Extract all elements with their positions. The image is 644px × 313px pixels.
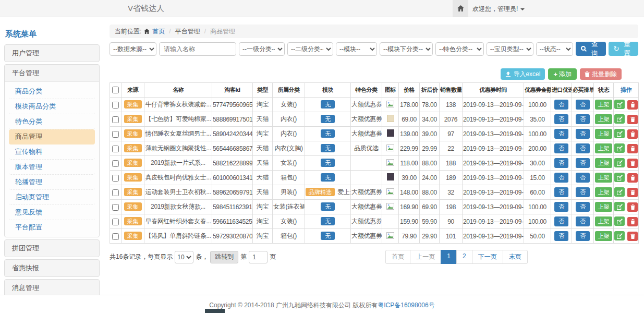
pager-prev[interactable]: 上一页	[410, 250, 441, 264]
page-number-input[interactable]	[249, 251, 268, 263]
sidebar-item-feedback[interactable]: 意见反馈	[9, 205, 95, 220]
filter-select-item-type[interactable]: --宝贝类型--	[487, 42, 533, 56]
must-buy-toggle[interactable]: 否	[576, 231, 590, 241]
select-all-checkbox[interactable]	[112, 87, 119, 93]
import-select-toggle[interactable]: 否	[554, 187, 568, 197]
name-search-input[interactable]	[159, 42, 236, 56]
breadcrumb-home-link[interactable]: 首页	[152, 27, 165, 36]
sidebar-item-carousel-management[interactable]: 轮播管理	[9, 175, 95, 190]
status-button[interactable]: 上架	[595, 129, 612, 139]
batch-delete-button[interactable]: 批量删除	[580, 68, 622, 80]
import-select-toggle[interactable]: 否	[554, 173, 568, 183]
row-checkbox[interactable]	[112, 175, 119, 182]
edit-button[interactable]	[614, 143, 625, 153]
status-button[interactable]: 上架	[595, 187, 612, 197]
edit-button[interactable]	[614, 216, 625, 226]
delete-button[interactable]	[627, 232, 638, 241]
must-buy-toggle[interactable]: 否	[576, 202, 590, 212]
must-buy-toggle[interactable]: 否	[576, 173, 590, 183]
edit-button[interactable]	[614, 187, 625, 197]
delete-button[interactable]	[627, 129, 638, 139]
import-select-toggle[interactable]: 否	[554, 202, 568, 212]
filter-select-feature-category[interactable]: --特色分类--	[435, 42, 484, 56]
must-buy-toggle[interactable]: 否	[576, 100, 590, 110]
edit-button[interactable]	[614, 202, 625, 211]
jump-button[interactable]: 跳转到	[210, 251, 238, 263]
icp-link[interactable]: 粤ICP备16098006号	[378, 302, 434, 309]
sidebar-item-group-buy[interactable]: 拼团管理	[4, 239, 100, 257]
row-checkbox[interactable]	[112, 160, 119, 167]
search-button[interactable]: 查询	[576, 42, 606, 56]
import-select-toggle[interactable]: 否	[554, 129, 568, 139]
user-menu[interactable]: 欢迎您，管理员!	[472, 5, 525, 14]
status-button[interactable]: 上架	[595, 231, 612, 241]
row-checkbox[interactable]	[112, 204, 119, 211]
import-select-toggle[interactable]: 否	[554, 231, 568, 241]
status-button[interactable]: 上架	[595, 114, 612, 124]
sidebar-item-product-category[interactable]: 商品分类	[9, 84, 95, 99]
sidebar-item-feature-category[interactable]: 特色分类	[9, 114, 95, 129]
edit-button[interactable]	[614, 173, 625, 182]
status-button[interactable]: 上架	[595, 216, 612, 226]
home-button[interactable]	[453, 0, 468, 17]
sidebar-item-splash-management[interactable]: 启动页管理	[9, 190, 95, 205]
reset-button[interactable]: ↻ 重置	[609, 42, 638, 56]
filter-select-module-subcategory[interactable]: --模块下分类--	[380, 42, 433, 56]
import-select-toggle[interactable]: 否	[554, 158, 568, 168]
sidebar-item-platform-config[interactable]: 平台配置	[9, 220, 95, 235]
edit-button[interactable]	[614, 100, 625, 109]
must-buy-toggle[interactable]: 否	[576, 187, 590, 197]
delete-button[interactable]	[627, 202, 638, 212]
sidebar-item-module-product-category[interactable]: 模块商品分类	[9, 99, 95, 114]
sidebar-item-user-management[interactable]: 用户管理	[4, 44, 100, 62]
edit-button[interactable]	[614, 231, 625, 240]
status-button[interactable]: 上架	[595, 100, 612, 110]
sidebar-item-version-management[interactable]: 版本管理	[9, 160, 95, 175]
pager-first[interactable]: 首页	[385, 250, 410, 264]
row-checkbox[interactable]	[112, 233, 119, 240]
status-button[interactable]: 上架	[595, 173, 612, 183]
row-checkbox[interactable]	[112, 219, 119, 225]
filter-select-status[interactable]: --状态--	[536, 42, 573, 56]
delete-button[interactable]	[627, 217, 638, 226]
sidebar-item-savings-express[interactable]: 省惠快报	[4, 259, 100, 277]
filter-select-data-source[interactable]: --数据来源--	[110, 42, 156, 56]
edit-button[interactable]	[614, 114, 625, 124]
must-buy-toggle[interactable]: 否	[576, 143, 590, 153]
import-select-toggle[interactable]: 否	[554, 114, 568, 124]
row-checkbox[interactable]	[112, 131, 119, 138]
status-button[interactable]: 上架	[595, 143, 612, 153]
row-checkbox[interactable]	[112, 116, 119, 123]
delete-button[interactable]	[627, 159, 638, 168]
per-page-select[interactable]: 10	[175, 251, 193, 263]
must-buy-toggle[interactable]: 否	[576, 114, 590, 124]
status-button[interactable]: 上架	[595, 158, 612, 168]
delete-button[interactable]	[627, 115, 638, 124]
edit-button[interactable]	[614, 129, 625, 138]
pager-page-1[interactable]: 1	[441, 250, 457, 264]
must-buy-toggle[interactable]: 否	[576, 158, 590, 168]
sidebar-item-message-management[interactable]: 消息管理	[4, 279, 100, 295]
import-select-toggle[interactable]: 否	[554, 143, 568, 153]
pager-page-2[interactable]: 2	[456, 250, 472, 264]
delete-button[interactable]	[627, 188, 638, 197]
must-buy-toggle[interactable]: 否	[576, 216, 590, 226]
delete-button[interactable]	[627, 144, 638, 153]
row-checkbox[interactable]	[112, 102, 119, 109]
filter-select-level1-category[interactable]: --一级分类--	[239, 42, 285, 56]
sidebar-item-platform-management[interactable]: 平台管理	[5, 65, 99, 81]
must-buy-toggle[interactable]: 否	[576, 129, 590, 139]
import-excel-button[interactable]: 导入excel	[501, 68, 545, 80]
row-checkbox[interactable]	[112, 146, 119, 152]
row-checkbox[interactable]	[112, 189, 119, 196]
edit-button[interactable]	[614, 158, 625, 167]
add-button[interactable]: + 添加	[548, 68, 577, 80]
delete-button[interactable]	[627, 100, 638, 110]
pager-last[interactable]: 末页	[503, 250, 528, 264]
import-select-toggle[interactable]: 否	[554, 100, 568, 110]
status-button[interactable]: 上架	[595, 202, 612, 212]
import-select-toggle[interactable]: 否	[554, 216, 568, 226]
filter-select-level2-category[interactable]: --二级分类--	[287, 42, 333, 56]
sidebar-item-product-management[interactable]: 商品管理	[9, 129, 95, 145]
sidebar-item-promo-material[interactable]: 宣传物料	[9, 145, 95, 160]
